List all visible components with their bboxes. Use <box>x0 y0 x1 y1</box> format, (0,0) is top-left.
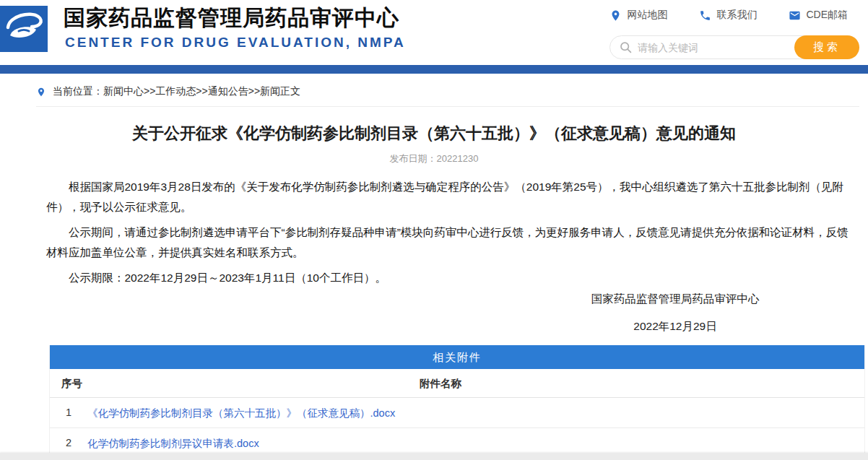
page-bottom-edge <box>0 453 868 460</box>
search-bar: 搜索 <box>609 35 859 59</box>
cde-mail-link[interactable]: CDE邮箱 <box>789 9 848 22</box>
breadcrumb-divider <box>36 106 859 107</box>
column-header-name: 附件名称 <box>420 377 461 391</box>
table-row: 2 化学仿制药参比制剂异议申请表.docx <box>50 428 864 454</box>
page: 国家药品监督管理局药品审评中心 CENTER FOR DRUG EVALUATI… <box>0 0 868 460</box>
site-header: 国家药品监督管理局药品审评中心 CENTER FOR DRUG EVALUATI… <box>0 0 868 65</box>
nav-bar <box>0 65 868 74</box>
org-title-en: CENTER FOR DRUG EVALUATION, NMPA <box>65 35 406 51</box>
column-header-index: 序号 <box>61 377 82 391</box>
cde-logo[interactable] <box>0 6 48 52</box>
signature-org: 国家药品监督管理局药品审评中心 <box>581 292 769 307</box>
mail-icon <box>789 9 801 22</box>
attachment-link-1[interactable]: 《化学仿制药参比制剂目录（第六十五批）》（征求意见稿）.docx <box>87 407 395 420</box>
attachment-index: 1 <box>66 407 71 418</box>
attachments-section-title: 相关附件 <box>50 345 864 369</box>
article-title: 关于公开征求《化学仿制药参比制剂目录（第六十五批）》（征求意见稿）意见的通知 <box>0 123 868 144</box>
paragraph: 根据国家局2019年3月28日发布的《关于发布化学仿制药参比制剂遴选与确定程序的… <box>46 177 856 217</box>
search-icon <box>619 40 633 54</box>
sitemap-link-label: 网站地图 <box>627 9 667 22</box>
utility-links: 网站地图 联系我们 CDE邮箱 <box>609 9 848 22</box>
phone-icon <box>699 9 711 22</box>
paragraph: 公示期限：2022年12月29日～2023年1月11日（10个工作日）。 <box>46 268 856 288</box>
sitemap-link[interactable]: 网站地图 <box>609 9 667 22</box>
contact-link-label: 联系我们 <box>716 9 757 22</box>
paragraph: 公示期间，请通过参比制剂遴选申请平台下“参比制剂存疑品种申请”模块向药审中心进行… <box>46 222 856 263</box>
breadcrumb-pin-icon <box>36 86 46 98</box>
publish-date: 发布日期：20221230 <box>0 152 868 165</box>
table-row: 1 《化学仿制药参比制剂目录（第六十五批）》（征求意见稿）.docx <box>50 398 864 428</box>
cde-mail-link-label: CDE邮箱 <box>806 9 848 22</box>
org-title-cn: 国家药品监督管理局药品审评中心 <box>64 4 399 33</box>
location-pin-icon <box>609 9 622 22</box>
signature-block: 国家药品监督管理局药品审评中心 2022年12月29日 <box>581 292 769 334</box>
attachments-column-header: 序号 附件名称 <box>50 369 864 398</box>
search-button[interactable]: 搜索 <box>794 35 859 59</box>
article-body: 根据国家局2019年3月28日发布的《关于发布化学仿制药参比制剂遴选与确定程序的… <box>46 177 856 293</box>
attachment-index: 2 <box>66 437 71 448</box>
swallow-logo-icon <box>0 6 48 52</box>
breadcrumb-text: 当前位置：新闻中心>>工作动态>>通知公告>>新闻正文 <box>53 85 300 98</box>
attachments-table: 相关附件 序号 附件名称 1 《化学仿制药参比制剂目录（第六十五批）》（征求意见… <box>49 345 865 455</box>
contact-link[interactable]: 联系我们 <box>699 9 757 22</box>
signature-date: 2022年12月29日 <box>581 319 769 334</box>
attachment-link-2[interactable]: 化学仿制药参比制剂异议申请表.docx <box>87 437 259 451</box>
breadcrumb[interactable]: 当前位置：新闻中心>>工作动态>>通知公告>>新闻正文 <box>36 85 300 98</box>
